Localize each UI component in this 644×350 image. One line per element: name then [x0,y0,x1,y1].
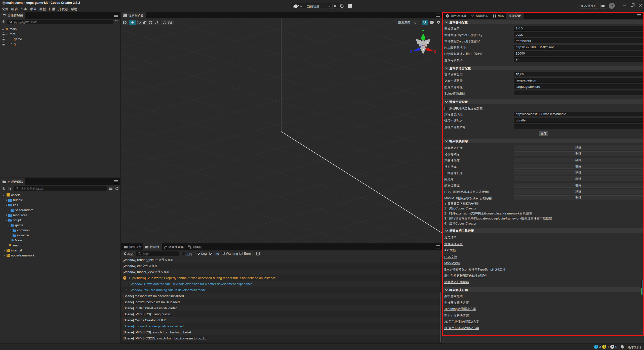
svg-text:X: X [433,50,436,54]
svg-text:Z: Z [410,50,413,54]
svg-text:Y: Y [422,29,424,33]
